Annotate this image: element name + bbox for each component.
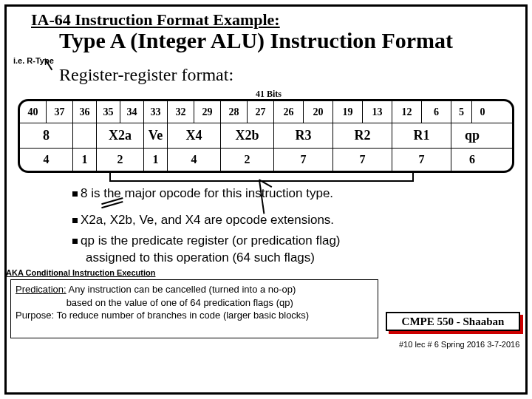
bit-cell: 19 (333, 101, 363, 123)
bit-cell: 29 (194, 101, 221, 123)
bullet-icon (72, 239, 78, 244)
width-cell: 7 (392, 149, 451, 171)
bit-cell: 12 (392, 101, 422, 123)
field-cell: X2a (97, 123, 144, 148)
bit-cell: 28 (221, 101, 248, 123)
width-cell: 4 (168, 149, 221, 171)
bit-cell: 0 (472, 101, 493, 123)
field-cell: Ve (144, 123, 168, 148)
width-cell: 6 (451, 149, 493, 171)
bit-cell: 6 (422, 101, 451, 123)
bit-cell: 20 (304, 101, 333, 123)
bit-cell: 34 (120, 101, 144, 123)
bullet-text: X2a, X2b, Ve, and X4 are opcode extensio… (81, 213, 334, 227)
width-cell: 1 (144, 149, 168, 171)
predication-line2: based on the value of one of 64 predicat… (66, 297, 293, 308)
bit-cell: 27 (248, 101, 274, 123)
field-cell: R1 (392, 123, 451, 148)
field-cell: X2b (221, 123, 274, 148)
aka-label: AKA Conditional Instruction Execution (6, 268, 155, 277)
instruction-table: 40 37 36 35 34 33 32 29 28 27 26 20 19 1… (18, 99, 514, 173)
predication-line3: Purpose: To reduce number of branches in… (16, 310, 309, 321)
title-line-1: IA-64 Instruction Format Example: (31, 10, 280, 30)
subtitle: Register-register format: (59, 65, 233, 85)
width-cell: 7 (274, 149, 333, 171)
field-cell: R3 (274, 123, 333, 148)
field-cell: qp (451, 123, 493, 148)
bullet-icon (72, 191, 78, 197)
bullet-icon (72, 218, 78, 223)
predication-box: Predication: Any instruction can be canc… (10, 279, 378, 338)
bullet-2: X2a, X2b, Ve, and X4 are opcode extensio… (72, 213, 334, 228)
predication-label: Predication: (16, 284, 66, 295)
bit-cell: 33 (144, 101, 168, 123)
bits-label: 41 Bits (256, 89, 282, 100)
bit-cell: 13 (363, 101, 392, 123)
fields-row: 8 X2a Ve X4 X2b R3 R2 R1 qp (20, 123, 512, 149)
bit-cell: 36 (73, 101, 97, 123)
bit-cell: 32 (168, 101, 194, 123)
bullet-text: qp is the predicate register (or predica… (81, 233, 341, 248)
bullet-3-cont: assigned to this operation (64 such flag… (86, 250, 315, 265)
width-cell: 2 (221, 149, 274, 171)
bullet-1: 8 is the major opcode for this instructi… (72, 186, 333, 201)
widths-row: 4 1 2 1 4 2 7 7 7 6 (20, 149, 512, 171)
bit-cell: 37 (47, 101, 73, 123)
title-line-2: Type A (Integer ALU) Instruction Format (59, 28, 453, 53)
connector-line (412, 171, 414, 182)
footer-text: #10 lec # 6 Spring 2016 3-7-2016 (399, 340, 519, 349)
field-cell: X4 (168, 123, 221, 148)
predication-line1: Any instruction can be cancelled (turned… (69, 284, 296, 295)
course-box: CMPE 550 - Shaaban (386, 312, 520, 331)
width-cell: 7 (333, 149, 392, 171)
bit-cell: 40 (20, 101, 47, 123)
field-cell: 8 (20, 123, 73, 148)
width-cell: 2 (97, 149, 144, 171)
field-cell: R2 (333, 123, 392, 148)
bit-cell: 26 (274, 101, 304, 123)
bullet-3: qp is the predicate register (or predica… (72, 233, 341, 248)
bit-cell: 5 (451, 101, 472, 123)
width-cell: 1 (73, 149, 97, 171)
width-cell: 4 (20, 149, 73, 171)
bit-cell: 35 (97, 101, 120, 123)
field-cell (73, 123, 97, 148)
bit-positions-row: 40 37 36 35 34 33 32 29 28 27 26 20 19 1… (20, 101, 512, 123)
